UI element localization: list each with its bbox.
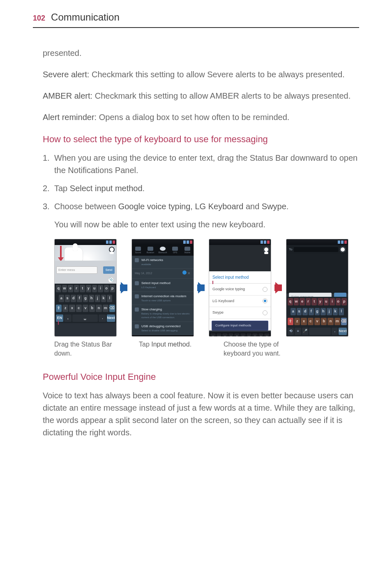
key-y[interactable]: y xyxy=(318,298,323,305)
key-q[interactable]: q xyxy=(288,298,293,305)
key-w[interactable]: w xyxy=(294,298,299,305)
key-x[interactable]: x xyxy=(69,305,75,312)
key-e[interactable]: e xyxy=(145,336,150,337)
comma-key[interactable]: , xyxy=(64,314,71,322)
key-w[interactable]: w xyxy=(217,333,222,337)
key-b[interactable]: b xyxy=(89,305,95,312)
key-m[interactable]: m xyxy=(103,305,108,312)
key-d[interactable]: d xyxy=(71,295,76,302)
key-r[interactable]: r xyxy=(306,298,311,305)
key-i[interactable]: i xyxy=(98,285,103,292)
key-c[interactable]: c xyxy=(308,318,314,325)
key-u[interactable]: u xyxy=(324,298,329,305)
send-button[interactable]: Send xyxy=(103,266,115,274)
next-key[interactable]: Next xyxy=(107,314,115,322)
message-input[interactable]: Enter mess xyxy=(56,266,97,274)
key-f[interactable]: f xyxy=(309,308,314,315)
wifi-networks-row[interactable]: Wi-Fi networksavailable xyxy=(132,256,194,269)
radio-icon[interactable] xyxy=(263,287,267,292)
key-g[interactable]: g xyxy=(315,308,320,315)
key-q[interactable]: q xyxy=(210,333,216,337)
key-t[interactable]: t xyxy=(157,336,162,337)
quick-settings-row[interactable]: Sound Rotation Bluetooth GPS Mobile xyxy=(132,245,194,256)
space-key[interactable]: ␣ xyxy=(72,314,98,322)
radio-icon[interactable] xyxy=(263,298,267,303)
key-l[interactable]: l xyxy=(107,295,112,302)
key-w[interactable]: w xyxy=(62,285,67,292)
key-d[interactable]: d xyxy=(302,308,308,315)
key-a[interactable]: a xyxy=(291,308,296,315)
key-y[interactable]: y xyxy=(240,333,246,337)
key-b[interactable]: b xyxy=(321,318,327,325)
input-method-option[interactable]: Swype xyxy=(209,307,271,319)
key-i[interactable]: i xyxy=(175,336,180,337)
key-r[interactable]: r xyxy=(228,333,234,337)
key-u[interactable]: u xyxy=(92,285,97,292)
key-v[interactable]: v xyxy=(83,305,88,312)
key-z[interactable]: z xyxy=(62,305,68,312)
swype-key[interactable]: ⟲ xyxy=(288,328,294,335)
key-t[interactable]: t xyxy=(80,285,85,292)
shift-key[interactable]: ⇧ xyxy=(56,305,62,312)
key-j[interactable]: j xyxy=(327,308,332,315)
radio-icon[interactable] xyxy=(263,310,267,315)
delete-key[interactable]: ⌫ xyxy=(341,318,347,325)
period-key[interactable]: . xyxy=(99,314,106,322)
key-p[interactable]: p xyxy=(341,298,347,305)
key-a[interactable]: a xyxy=(59,295,64,302)
mic-icon[interactable]: 🎤 xyxy=(302,328,308,335)
key-n[interactable]: n xyxy=(96,305,101,312)
key-w[interactable]: w xyxy=(139,336,145,337)
delete-key[interactable]: ⌫ xyxy=(109,305,115,312)
key-q[interactable]: q xyxy=(56,285,61,292)
key-g[interactable]: g xyxy=(83,295,88,302)
key-v[interactable]: v xyxy=(314,318,320,325)
key-z[interactable]: z xyxy=(294,318,300,325)
shift-key[interactable]: ⇧ xyxy=(288,318,293,325)
key-o[interactable]: o xyxy=(104,285,109,292)
key-r[interactable]: r xyxy=(74,285,79,292)
key-y[interactable]: y xyxy=(163,336,168,337)
key-o[interactable]: o xyxy=(258,333,264,337)
gear-icon[interactable] xyxy=(182,270,187,275)
next-key[interactable]: Next xyxy=(339,328,347,335)
key-t[interactable]: t xyxy=(311,298,317,305)
notification-row[interactable]: Internet connection via modemTouch to vi… xyxy=(132,292,194,305)
key-e[interactable]: e xyxy=(300,298,305,305)
key-k[interactable]: k xyxy=(333,308,338,315)
input-method-option[interactable]: LG Keyboard xyxy=(209,296,271,307)
onscreen-keyboard[interactable]: qwertyuiop asdfghjkl ⇧ zxcvbnm ⌫ EN , ␣ … xyxy=(55,284,116,323)
key-f[interactable]: f xyxy=(77,295,82,302)
notification-row[interactable]: Slow chargingBattery is charging slowly … xyxy=(132,305,194,322)
key-q[interactable]: q xyxy=(133,336,138,337)
key-k[interactable]: k xyxy=(101,295,106,302)
key-r[interactable]: r xyxy=(151,336,157,337)
key-i[interactable]: i xyxy=(330,298,335,305)
configure-input-methods-button[interactable]: Configure input methods xyxy=(212,321,268,331)
key-p[interactable]: p xyxy=(110,285,115,292)
key-s[interactable]: s xyxy=(65,295,70,302)
key-c[interactable]: c xyxy=(76,305,82,312)
key-p[interactable]: p xyxy=(264,333,270,337)
key-x[interactable]: x xyxy=(301,318,307,325)
attach-icon[interactable]: 📎 xyxy=(108,277,114,283)
key-s[interactable]: s xyxy=(297,308,302,315)
key-y[interactable]: y xyxy=(86,285,91,292)
swype-keyboard[interactable]: qwertyuiop asdfghjkl ⇧ zxcvbnm ⌫ ⟲ ≡ 🎤 .… xyxy=(286,297,348,336)
key-j[interactable]: j xyxy=(95,295,100,302)
contact-icon[interactable] xyxy=(340,247,346,252)
key-n[interactable]: n xyxy=(327,318,333,325)
key-m[interactable]: m xyxy=(334,318,340,325)
key-h[interactable]: h xyxy=(89,295,94,302)
key-i[interactable]: i xyxy=(252,333,258,337)
period-key[interactable]: . xyxy=(332,328,338,335)
input-method-option[interactable]: Google voice typing xyxy=(209,284,271,296)
select-input-method-row[interactable]: Select input methodLG Keyboard xyxy=(132,279,194,292)
space-key[interactable] xyxy=(309,328,331,335)
key-o[interactable]: o xyxy=(336,298,341,305)
key-o[interactable]: o xyxy=(181,336,187,337)
clear-icon[interactable]: ✕ xyxy=(187,271,191,275)
key-t[interactable]: t xyxy=(234,333,240,337)
to-field-row[interactable]: To xyxy=(286,245,348,254)
sym-key[interactable]: EN xyxy=(56,314,63,322)
